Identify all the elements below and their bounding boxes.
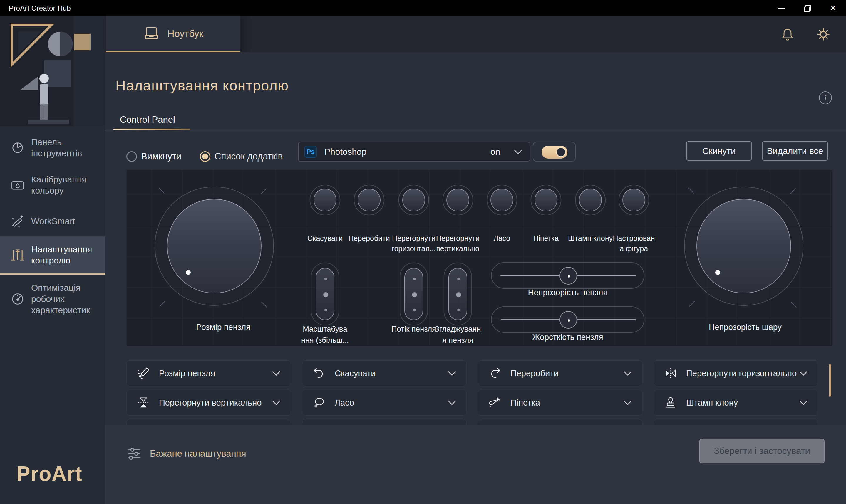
assignment-label: Перегорнути вертикально bbox=[159, 398, 262, 408]
assignment-card-partial[interactable] bbox=[478, 419, 642, 425]
sidebar-item-worksmart[interactable]: WorkSmart bbox=[0, 212, 105, 230]
save-and-apply-button[interactable]: Зберегти і застосувати bbox=[699, 439, 825, 464]
radio-disable[interactable] bbox=[126, 151, 137, 162]
control-pad-panel: Розмір пензля Непрозорість шару bbox=[127, 170, 832, 346]
tab-laptop[interactable]: Ноутбук bbox=[106, 16, 240, 52]
chevron-down-icon bbox=[447, 400, 456, 405]
assignment-card-clone-stamp[interactable]: Штамп клону bbox=[654, 390, 818, 416]
section-divider bbox=[105, 130, 846, 130]
dial-layer-opacity-knob bbox=[697, 199, 791, 293]
assignment-card-redo[interactable]: Переробити bbox=[478, 360, 642, 386]
sidebar-item-performance[interactable]: Оптимізація робочих характеристик bbox=[0, 277, 105, 321]
dial-indicator-dot bbox=[186, 270, 191, 275]
performance-gauge-icon bbox=[10, 291, 25, 307]
knob-custom-shape[interactable] bbox=[619, 185, 649, 215]
settings-gear-icon[interactable] bbox=[816, 27, 831, 42]
info-icon[interactable]: i bbox=[819, 91, 832, 104]
device-tabstrip: Ноутбук bbox=[105, 16, 846, 52]
sidebar-item-label: Налаштування контролю bbox=[31, 244, 105, 266]
knob-clone-stamp[interactable] bbox=[575, 185, 606, 215]
vslider-dot bbox=[457, 277, 460, 280]
vslider-brush-smoothing[interactable] bbox=[444, 263, 472, 325]
dial-brush-size[interactable] bbox=[155, 186, 274, 306]
dial-indicator-dot bbox=[715, 270, 720, 275]
sidebar-item-color-calibration[interactable]: Калібрування кольору bbox=[0, 170, 105, 200]
knob-flip-vertical[interactable] bbox=[443, 185, 473, 215]
preferred-settings[interactable]: Бажане налаштування bbox=[126, 446, 246, 462]
knob-label: Штамп клону bbox=[565, 233, 615, 244]
vslider-dot bbox=[324, 309, 327, 311]
hslider-brush-hardness-label: Жорсткість пензля bbox=[509, 332, 627, 342]
vslider-zoom[interactable] bbox=[311, 263, 339, 325]
app-state-value[interactable]: on bbox=[490, 147, 500, 157]
hslider-brush-opacity-label: Непрозорість пензля bbox=[509, 288, 627, 297]
delete-all-button[interactable]: Видалити все bbox=[762, 141, 828, 161]
assignment-card-flip-vertical[interactable]: Перегорнути вертикально bbox=[126, 390, 291, 416]
minimize-button[interactable] bbox=[769, 0, 794, 16]
sidebar-item-control-settings[interactable]: Налаштування контролю bbox=[0, 236, 105, 275]
assignment-card-partial[interactable] bbox=[302, 419, 466, 425]
radio-disable-label: Вимкнути bbox=[141, 151, 181, 162]
radio-app-list[interactable] bbox=[200, 151, 210, 162]
assignment-label: Штамп клону bbox=[686, 398, 738, 408]
knob-face bbox=[314, 188, 336, 212]
vslider-handle bbox=[323, 292, 328, 297]
dial-tick bbox=[160, 301, 165, 307]
sidebar: Панель інструментів Калібрування кольору… bbox=[0, 16, 105, 504]
knob-face bbox=[622, 188, 645, 212]
knob-label: Переробити bbox=[344, 233, 394, 244]
assignment-label: Перегорнути горизонтально bbox=[686, 368, 797, 378]
vslider-track bbox=[316, 268, 334, 320]
app-enabled-toggle[interactable] bbox=[533, 142, 576, 162]
chevron-down-icon bbox=[623, 371, 632, 376]
assignment-card-lasso[interactable]: Ласо bbox=[302, 390, 466, 416]
app-name: Photoshop bbox=[324, 147, 367, 157]
scrollbar-thumb[interactable] bbox=[829, 364, 831, 396]
knob-undo[interactable] bbox=[310, 185, 340, 215]
chevron-down-icon bbox=[447, 371, 456, 376]
sidebar-item-label: Оптимізація робочих характеристик bbox=[31, 282, 105, 316]
restore-button[interactable] bbox=[794, 0, 820, 16]
eyedropper-icon bbox=[488, 396, 501, 410]
vslider-handle bbox=[456, 292, 461, 297]
vslider-handle bbox=[412, 292, 417, 297]
knob-redo[interactable] bbox=[354, 185, 384, 215]
assignment-card-flip-horizontal[interactable]: Перегорнути горизонтально bbox=[654, 360, 818, 386]
knob-face bbox=[402, 188, 425, 212]
dashboard-icon bbox=[10, 140, 25, 155]
assignment-card-undo[interactable]: Скасувати bbox=[302, 360, 466, 386]
assignment-label: Скасувати bbox=[335, 368, 375, 378]
proart-creator-hub-window: ProArt Creator Hub ✕ bbox=[0, 0, 846, 504]
restore-icon bbox=[804, 5, 810, 11]
chevron-down-icon bbox=[514, 149, 523, 155]
dial-tick bbox=[790, 188, 796, 194]
knob-face bbox=[446, 188, 469, 212]
knob-lasso[interactable] bbox=[487, 185, 517, 215]
close-button[interactable]: ✕ bbox=[820, 0, 846, 16]
sidebar-item-dashboard[interactable]: Панель інструментів bbox=[0, 133, 105, 162]
assignment-label: Переробити bbox=[510, 368, 559, 378]
app-select-dropdown[interactable]: Ps Photoshop on bbox=[298, 142, 530, 162]
knob-label: Ласо bbox=[477, 233, 527, 244]
sidebar-artwork bbox=[0, 16, 105, 126]
assignment-card-eyedropper[interactable]: Піпетка bbox=[478, 390, 642, 416]
hslider-handle[interactable] bbox=[560, 267, 577, 285]
knob-face bbox=[579, 188, 602, 212]
chevron-down-icon bbox=[623, 400, 632, 405]
hslider-brush-hardness[interactable] bbox=[491, 306, 645, 333]
assignment-card-partial[interactable] bbox=[654, 419, 818, 425]
assignment-card-partial[interactable] bbox=[126, 419, 291, 425]
vslider-brush-flow[interactable] bbox=[400, 263, 428, 325]
dial-tick bbox=[791, 302, 797, 307]
hslider-brush-opacity[interactable] bbox=[491, 262, 645, 289]
tab-control-panel[interactable]: Control Panel bbox=[120, 114, 175, 125]
dial-layer-opacity[interactable] bbox=[684, 186, 804, 306]
hslider-handle[interactable] bbox=[560, 311, 577, 329]
knob-eyedropper[interactable] bbox=[531, 185, 561, 215]
reset-button[interactable]: Скинути bbox=[686, 141, 752, 161]
notifications-bell-icon[interactable] bbox=[780, 27, 795, 42]
vslider-label: Згладжування пензля bbox=[428, 323, 487, 346]
assignment-card-brush-size[interactable]: Розмір пензля bbox=[126, 360, 291, 386]
assignment-label: Розмір пензля bbox=[159, 368, 215, 378]
knob-flip-horizontal[interactable] bbox=[399, 185, 429, 215]
